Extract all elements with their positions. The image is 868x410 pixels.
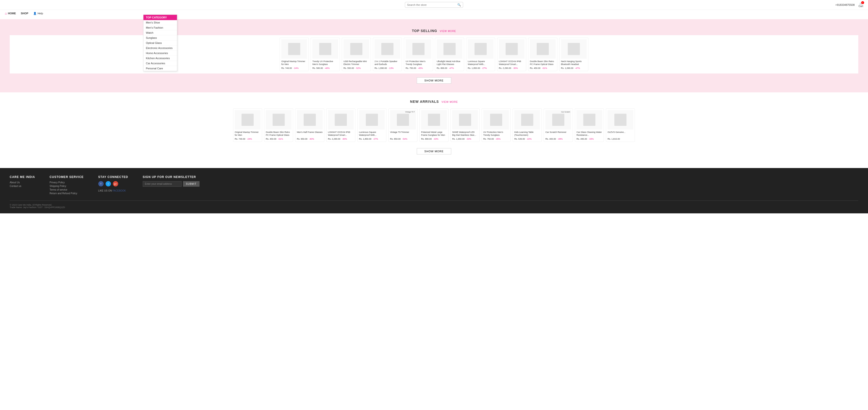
new-arrival-product-card[interactable]: SKME Waterproof LED Big Dial Stainless S… — [451, 108, 479, 142]
phone-number: +918334875508 — [835, 3, 855, 6]
product-image — [608, 110, 633, 130]
top-selling-product-card[interactable]: UV Protection Men's Trendy Sunglass Rs. … — [404, 38, 433, 71]
top-selling-product-card[interactable]: Double Beam Slim Retro PC Frame Optical … — [528, 38, 557, 71]
top-selling-view-more[interactable]: View More — [440, 30, 456, 33]
new-arrival-product-card[interactable]: Car Glass Cleaning Water Resistance... R… — [575, 108, 604, 142]
cat-optical-glass[interactable]: Optical Glass — [144, 40, 177, 45]
twitter-icon[interactable]: t — [105, 181, 111, 186]
top-selling-product-card[interactable]: 2 in 1 Portable Speaker and Earbuds Rs. … — [373, 38, 402, 71]
new-arrival-product-card[interactable]: LOKMAT OCEAN IP68 Waterproof Smart... Rs… — [326, 108, 355, 142]
product-image — [328, 110, 354, 130]
newsletter-submit-button[interactable]: SUBMIT — [183, 181, 199, 187]
search-input[interactable] — [407, 3, 457, 6]
product-name: UV Protection Men's Trendy Sunglass — [483, 131, 509, 137]
footer-privacy-link[interactable]: Privacy Policy — [50, 181, 84, 184]
product-badge: Car Scratch — [561, 111, 570, 113]
product-discount: -49% — [557, 138, 563, 140]
cat-car-acc[interactable]: Car Accessories — [144, 61, 177, 66]
product-discount: -45% — [417, 67, 423, 69]
product-image-placeholder — [614, 114, 626, 126]
new-arrival-product-card[interactable]: Polarized Metal Large Frame Sunglass for… — [420, 108, 448, 142]
top-selling-product-card[interactable]: Ultralight Metal Anti-blue Light Flat Gl… — [435, 38, 464, 71]
nav-help[interactable]: 👤 Help — [33, 12, 43, 15]
nav-shop-label: SHOP — [21, 12, 28, 15]
product-price: Rs. 1,990.00 -13% — [375, 67, 400, 69]
product-discount: -13% — [388, 67, 394, 69]
footer-about-link[interactable]: About Us — [10, 181, 35, 184]
search-bar[interactable]: 🔍 — [405, 2, 463, 8]
googleplus-icon[interactable]: g+ — [113, 181, 118, 186]
top-selling-product-card[interactable]: Neck Hanging Sports Bluetooth Headset Rs… — [559, 38, 588, 71]
product-image-placeholder — [319, 43, 331, 55]
cart-badge: 1 — [861, 1, 864, 4]
product-price: Rs. 1,090.00 -47% — [561, 67, 587, 69]
product-discount: -40% — [309, 138, 314, 140]
new-arrival-product-card[interactable]: Kids Learning Table (Touchscreen) Rs. 53… — [513, 108, 542, 142]
footer-social-col: STAY CONNECTED f t g+ LIKE US ON FACEBOO… — [98, 175, 128, 196]
product-discount: -47% — [448, 67, 454, 69]
new-arrival-product-card[interactable]: Original Maxtop Trimmer for Men Rs. 749.… — [233, 108, 262, 142]
cat-kitchen-acc[interactable]: Kitchen Accessories — [144, 56, 177, 61]
cat-home-acc[interactable]: Home Accessories — [144, 51, 177, 56]
cat-sunglass[interactable]: Sunglass — [144, 35, 177, 40]
nav-shop[interactable]: SHOP — [21, 12, 28, 15]
new-arrivals-show-more-button[interactable]: SHOW MORE — [417, 148, 451, 155]
product-price: Rs. 1,850.00 -27% — [468, 67, 493, 69]
product-discount: -27% — [372, 138, 378, 140]
product-image-placeholder — [552, 114, 564, 126]
product-image — [297, 110, 322, 130]
product-price: Rs. 450.00 -61% — [530, 67, 556, 69]
cat-personal-care[interactable]: Personal Care — [144, 66, 177, 71]
cat-electronic-acc[interactable]: Electronic Accessories — [144, 45, 177, 51]
footer-terms-link[interactable]: Terms of service — [50, 189, 84, 191]
new-arrivals-view-more[interactable]: View More — [441, 101, 458, 103]
cart-button[interactable]: 🛒 1 Cart — [859, 2, 863, 7]
top-selling-product-card[interactable]: Luminous Square Waterproof With... Rs. 1… — [466, 38, 495, 71]
product-price: Rs. 750.00 -45% — [406, 67, 431, 69]
product-price: Rs. 450.00 -61% — [266, 138, 291, 140]
newsletter-input[interactable] — [143, 181, 182, 187]
footer-copyright: © 2023 Care Me India. All Rights Reserve… — [10, 204, 858, 206]
new-arrival-product-card[interactable]: Vintage T9 T Vintage T9 Trimmer Rs. 850.… — [389, 108, 417, 142]
product-image — [452, 110, 478, 130]
top-selling-product-card[interactable]: USB Rechargeable Mini Electric Trimmer R… — [342, 38, 371, 71]
product-image — [483, 110, 509, 130]
new-arrivals-show-more-wrap: SHOW MORE — [0, 148, 868, 155]
product-image — [514, 110, 540, 130]
cat-watch[interactable]: Watch — [144, 30, 177, 35]
nav-home[interactable]: ⌂ HOME — [5, 11, 16, 15]
top-selling-show-more-button[interactable]: SHOW MORE — [417, 77, 451, 83]
product-image — [577, 110, 602, 130]
new-arrival-product-card[interactable]: UV Protection Men's Trendy Sunglass Rs. … — [482, 108, 511, 142]
top-selling-product-card[interactable]: LOKMAT OCEAN IP68 Waterproof Smart... Rs… — [497, 38, 526, 71]
product-image-placeholder — [568, 43, 580, 55]
main-content: TOP SELLING View More Original Maxtop Tr… — [0, 17, 868, 163]
footer-return-link[interactable]: Return and Refund Policy — [50, 192, 84, 195]
cat-mens-fashion[interactable]: Men's Fashion — [144, 25, 177, 30]
new-arrival-product-card[interactable]: Double Beam Slim Retro PC Frame Optical … — [264, 108, 293, 142]
category-dropdown: TOP CATEGORY Men's Shoe Men's Fashion Wa… — [143, 14, 177, 71]
footer-contact-link[interactable]: Contact us — [10, 185, 35, 187]
product-image-placeholder — [350, 43, 362, 55]
top-selling-product-card[interactable]: Trendy UV Protective Men's Sunglass Rs. … — [311, 38, 340, 71]
top-selling-product-card[interactable]: Original Maxtop Trimmer for Men Rs. 749.… — [280, 38, 309, 71]
product-price: Rs. 550.00 -52% — [343, 67, 369, 69]
new-arrival-product-card[interactable]: Men's Half Frame Glasses Rs. 950.00 -40% — [295, 108, 324, 142]
footer-grid: CARE ME INDIA About Us Contact us CUSTOM… — [10, 175, 858, 196]
top-selling-show-more-wrap: SHOW MORE — [0, 77, 868, 83]
footer-brand: CARE ME INDIA — [10, 175, 35, 179]
product-price: Rs. 850.00 -54% — [390, 138, 416, 140]
footer-newsletter-col: SIGN UP FOR OUR NEWSLETTER SUBMIT — [143, 175, 199, 196]
new-arrival-product-card[interactable]: Luminous Square Waterproof With... Rs. 1… — [357, 108, 386, 142]
product-image-placeholder — [583, 114, 595, 126]
product-name: USB Rechargeable Mini Electric Trimmer — [343, 60, 369, 66]
new-arrival-product-card[interactable]: Car Scratch Car Scratch Remover Rs. 400.… — [544, 108, 573, 142]
product-discount: -61% — [277, 138, 283, 140]
footer-shipping-link[interactable]: Shipping Policy — [50, 185, 84, 187]
facebook-icon[interactable]: f — [98, 181, 104, 186]
cat-mens-shoe[interactable]: Men's Shoe — [144, 20, 177, 25]
product-image: Vintage T9 T — [390, 110, 416, 130]
footer-stay-connected-title: STAY CONNECTED — [98, 175, 128, 179]
search-icon[interactable]: 🔍 — [457, 3, 461, 6]
new-arrival-product-card[interactable]: OLEVS Genuine... Rs. 1,815.00 — [606, 108, 635, 142]
